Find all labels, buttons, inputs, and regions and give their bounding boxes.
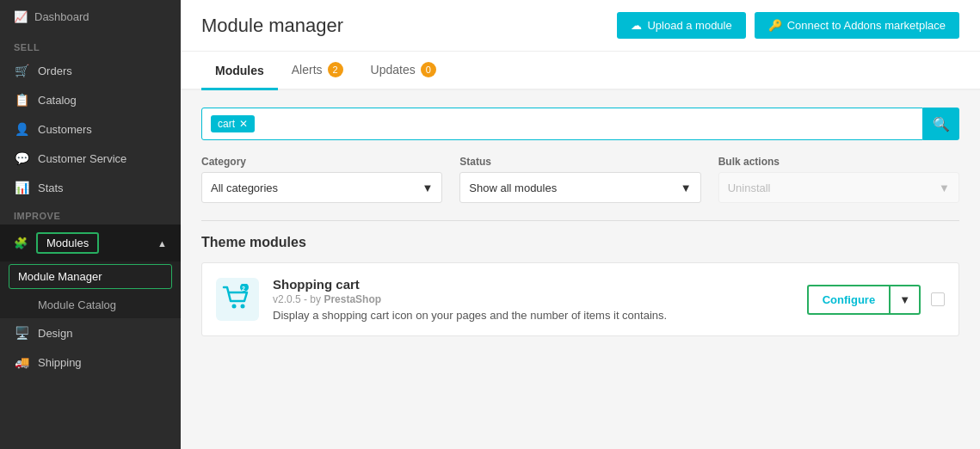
category-select[interactable]: All categories ▼ xyxy=(201,172,442,203)
module-icon-wrap: 2 xyxy=(216,278,259,321)
connect-label: Connect to Addons marketplace xyxy=(787,19,946,32)
sidebar-item-module-catalog[interactable]: Module Catalog xyxy=(0,292,181,318)
dashboard-icon: 📈 xyxy=(14,10,28,23)
search-tag-text: cart xyxy=(218,118,235,130)
svg-text:2: 2 xyxy=(242,286,245,292)
sidebar-item-customer-service[interactable]: 💬 Customer Service xyxy=(0,144,181,173)
sidebar-item-design[interactable]: 🖥️ Design xyxy=(0,318,181,348)
module-description: Display a shopping cart icon on your pag… xyxy=(273,309,793,322)
bulk-select[interactable]: Uninstall ▼ xyxy=(718,172,959,203)
design-label: Design xyxy=(38,327,72,340)
chevron-down-icon-2: ▼ xyxy=(681,181,692,194)
modules-label: Modules xyxy=(36,232,99,254)
tab-alerts[interactable]: Alerts 2 xyxy=(278,52,357,90)
connect-addons-button[interactable]: 🔑 Connect to Addons marketplace xyxy=(755,12,959,39)
module-catalog-label: Module Catalog xyxy=(38,298,116,311)
sell-section-label: SELL xyxy=(0,34,181,56)
module-checkbox[interactable] xyxy=(931,292,945,306)
category-value: All categories xyxy=(211,181,278,194)
search-tag: cart ✕ xyxy=(211,115,255,132)
page-title: Module manager xyxy=(201,15,343,37)
chevron-down-icon-3: ▼ xyxy=(939,181,950,194)
module-actions: Configure ▼ xyxy=(807,285,945,315)
catalog-icon: 📋 xyxy=(14,93,29,107)
bulk-label: Bulk actions xyxy=(718,156,959,168)
module-name: Shopping cart xyxy=(273,277,793,292)
sidebar-item-catalog[interactable]: 📋 Catalog xyxy=(0,85,181,114)
filters-row: Category All categories ▼ Status Show al… xyxy=(201,156,959,203)
customers-icon: 👤 xyxy=(14,122,29,136)
sidebar-item-module-manager[interactable]: Module Manager xyxy=(9,264,172,289)
module-manager-label: Module Manager xyxy=(18,270,102,283)
modules-icon: 🧩 xyxy=(14,237,28,249)
sidebar-dashboard[interactable]: 📈 Dashboard xyxy=(0,0,181,34)
sidebar-item-orders[interactable]: 🛒 Orders xyxy=(0,56,181,85)
header: Module manager ☁ Upload a module 🔑 Conne… xyxy=(181,0,980,52)
configure-dropdown-button[interactable]: ▼ xyxy=(889,285,921,315)
shopping-cart-icon: 2 xyxy=(222,284,253,315)
status-select[interactable]: Show all modules ▼ xyxy=(459,172,700,203)
search-row: cart ✕ 🔍 xyxy=(201,108,959,140)
tabs: Modules Alerts 2 Updates 0 xyxy=(181,52,980,90)
module-author: PrestaShop xyxy=(324,293,381,305)
design-icon: 🖥️ xyxy=(14,326,29,340)
tab-modules[interactable]: Modules xyxy=(201,53,278,90)
sidebar-item-modules[interactable]: 🧩 Modules ▲ xyxy=(0,224,181,261)
tab-alerts-label: Alerts xyxy=(292,63,323,77)
upload-label: Upload a module xyxy=(647,19,731,32)
bulk-value: Uninstall xyxy=(728,181,771,194)
shipping-icon: 🚚 xyxy=(14,355,29,369)
updates-badge: 0 xyxy=(421,62,436,77)
status-value: Show all modules xyxy=(469,181,557,194)
customer-service-label: Customer Service xyxy=(38,152,126,165)
svg-point-2 xyxy=(232,304,237,309)
search-tag-close[interactable]: ✕ xyxy=(239,118,248,130)
orders-icon: 🛒 xyxy=(14,64,29,77)
search-button[interactable]: 🔍 xyxy=(923,108,959,140)
sidebar: 📈 Dashboard SELL 🛒 Orders 📋 Catalog 👤 Cu… xyxy=(0,0,181,449)
module-version: v2.0.5 - by PrestaShop xyxy=(273,293,793,305)
customers-label: Customers xyxy=(38,123,92,136)
status-filter-group: Status Show all modules ▼ xyxy=(459,156,700,203)
search-icon: 🔍 xyxy=(933,116,950,132)
chevron-down-icon-4: ▼ xyxy=(899,293,910,306)
upload-icon: ☁ xyxy=(631,19,642,32)
header-buttons: ☁ Upload a module 🔑 Connect to Addons ma… xyxy=(617,12,959,39)
stats-icon: 📊 xyxy=(14,181,29,194)
search-box[interactable]: cart ✕ xyxy=(201,108,923,140)
module-card-shopping-cart: 2 Shopping cart v2.0.5 - by PrestaShop D… xyxy=(201,262,959,336)
status-label: Status xyxy=(459,156,700,168)
orders-label: Orders xyxy=(38,65,72,77)
modules-submenu: Module Manager Module Catalog xyxy=(0,261,181,318)
tab-updates-label: Updates xyxy=(371,63,416,77)
bulk-actions-group: Bulk actions Uninstall ▼ xyxy=(718,156,959,203)
customer-service-icon: 💬 xyxy=(14,151,29,165)
configure-button[interactable]: Configure xyxy=(807,285,889,315)
content-area: cart ✕ 🔍 Category All categories ▼ Statu… xyxy=(181,90,980,449)
catalog-label: Catalog xyxy=(38,94,77,107)
sidebar-item-stats[interactable]: 📊 Stats xyxy=(0,173,181,202)
theme-modules-title: Theme modules xyxy=(201,235,959,250)
search-input[interactable] xyxy=(255,118,914,131)
stats-label: Stats xyxy=(38,181,64,194)
sidebar-item-shipping[interactable]: 🚚 Shipping xyxy=(0,348,181,377)
sidebar-item-customers[interactable]: 👤 Customers xyxy=(0,114,181,144)
category-filter-group: Category All categories ▼ xyxy=(201,156,442,203)
module-info: Shopping cart v2.0.5 - by PrestaShop Dis… xyxy=(273,277,793,322)
svg-point-3 xyxy=(241,304,245,309)
tab-updates[interactable]: Updates 0 xyxy=(357,52,450,90)
improve-section-label: IMPROVE xyxy=(0,202,181,224)
chevron-up-icon: ▲ xyxy=(157,238,167,249)
tab-modules-label: Modules xyxy=(215,64,264,77)
upload-module-button[interactable]: ☁ Upload a module xyxy=(617,12,745,39)
chevron-down-icon: ▼ xyxy=(422,181,433,194)
divider xyxy=(201,220,959,221)
dashboard-label: Dashboard xyxy=(34,10,89,23)
category-label: Category xyxy=(201,156,442,168)
alerts-badge: 2 xyxy=(328,62,343,77)
main-content: Module manager ☁ Upload a module 🔑 Conne… xyxy=(181,0,980,449)
key-icon: 🔑 xyxy=(768,19,782,32)
shipping-label: Shipping xyxy=(38,356,82,369)
